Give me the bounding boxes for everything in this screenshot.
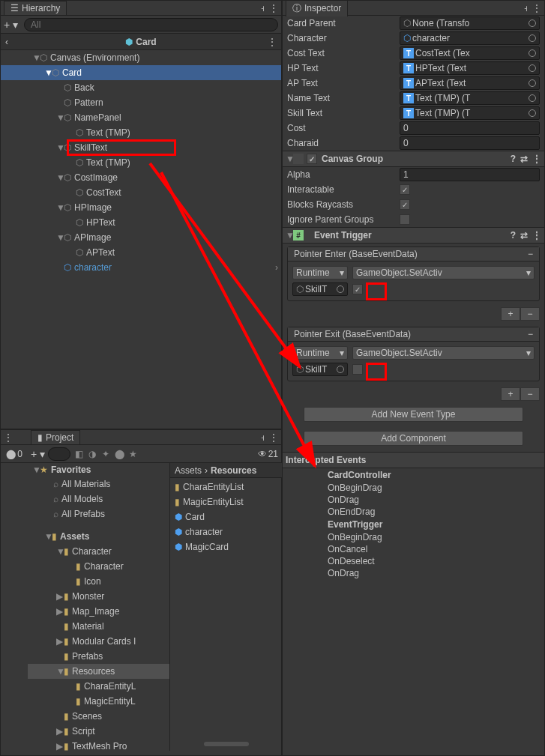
hierarchy-search-input[interactable] bbox=[24, 18, 278, 31]
project-asset-item[interactable]: ⬢MagicCard bbox=[170, 539, 283, 554]
hierarchy-item[interactable]: ⬡Text (TMP) bbox=[1, 155, 281, 170]
project-asset-item[interactable]: ⬢Card bbox=[170, 509, 283, 524]
help-icon[interactable]: ? bbox=[511, 154, 516, 164]
foldout-icon[interactable]: ▼ bbox=[56, 142, 64, 153]
alpha-input[interactable] bbox=[400, 168, 540, 181]
save-icon[interactable]: ✦ bbox=[100, 449, 111, 459]
add-callback-button[interactable]: + bbox=[501, 307, 520, 321]
hierarchy-item[interactable]: ▼⬡SkillText bbox=[1, 140, 281, 155]
object-field[interactable]: TText (TMP) (T bbox=[400, 106, 540, 120]
ignore-parent-checkbox[interactable] bbox=[400, 214, 410, 225]
foldout-icon[interactable]: ▼ bbox=[56, 546, 64, 557]
menu-icon[interactable]: ⋮ bbox=[532, 230, 541, 241]
breadcrumb-item[interactable]: Assets bbox=[175, 465, 202, 476]
remove-event-button[interactable]: − bbox=[528, 329, 533, 339]
object-picker-icon[interactable] bbox=[529, 94, 536, 102]
hierarchy-item[interactable]: ⬡character› bbox=[1, 260, 281, 275]
hierarchy-item[interactable]: ⬡Text (TMP) bbox=[1, 125, 281, 140]
filter-icon[interactable]: ◧ bbox=[73, 449, 84, 459]
foldout-icon[interactable]: ▶ bbox=[56, 606, 64, 617]
hierarchy-item[interactable]: ▼⬡APImage bbox=[1, 230, 281, 245]
foldout-icon[interactable]: ▼ bbox=[44, 531, 52, 542]
target-field[interactable]: ⬡SkillT bbox=[292, 282, 348, 296]
number-input[interactable] bbox=[400, 136, 540, 150]
project-asset-item[interactable]: ▮CharaEntityList bbox=[170, 480, 283, 495]
foldout-icon[interactable]: ▼ bbox=[56, 172, 64, 183]
hierarchy-item[interactable]: ▼⬡Canvas (Environment) bbox=[1, 50, 281, 65]
favorite-item[interactable]: ⌕All Models bbox=[28, 492, 169, 506]
project-tree-item[interactable]: ▼▮Character bbox=[28, 544, 169, 559]
object-field[interactable]: TText (TMP) (T bbox=[400, 91, 540, 105]
project-asset-item[interactable]: ▮MagicEntityList bbox=[170, 495, 283, 509]
object-picker-icon[interactable] bbox=[337, 366, 344, 373]
foldout-icon[interactable]: ▼ bbox=[44, 67, 52, 78]
project-tree-item[interactable]: ▮Prefabs bbox=[28, 649, 169, 664]
add-button[interactable]: + ▾ bbox=[31, 448, 45, 460]
foldout-icon[interactable]: ▶ bbox=[56, 726, 64, 737]
breadcrumb-menu-icon[interactable]: ⋮ bbox=[268, 37, 277, 47]
favorites-header[interactable]: ▼★Favorites bbox=[28, 463, 169, 477]
lock-icon[interactable]: ⫞ bbox=[260, 432, 265, 443]
project-asset-item[interactable]: ⬢character bbox=[170, 524, 283, 539]
object-field[interactable]: THPText (Text bbox=[400, 61, 540, 75]
event-trigger-header[interactable]: ▼ # Event Trigger ?⇄⋮ bbox=[283, 227, 544, 244]
project-tree-item[interactable]: ▼▮Resources bbox=[28, 664, 169, 679]
object-picker-icon[interactable] bbox=[529, 109, 536, 117]
zoom-slider[interactable] bbox=[204, 742, 249, 746]
remove-event-button[interactable]: − bbox=[528, 249, 533, 259]
add-component-button[interactable]: Add Component bbox=[304, 431, 523, 446]
object-picker-icon[interactable] bbox=[337, 285, 344, 293]
remove-callback-button[interactable]: − bbox=[520, 307, 540, 321]
hierarchy-item[interactable]: ⬡APText bbox=[1, 245, 281, 260]
inspector-tab[interactable]: ⓘInspector bbox=[286, 0, 348, 16]
event-value-checkbox[interactable] bbox=[352, 364, 363, 375]
lock-icon[interactable]: ⫞ bbox=[260, 3, 265, 13]
intercepted-events-header[interactable]: Intercepted Events bbox=[283, 452, 544, 468]
hierarchy-item[interactable]: ▼⬡NamePanel bbox=[1, 110, 281, 125]
hierarchy-item[interactable]: ▼⬡CostImage bbox=[1, 170, 281, 185]
hierarchy-tab[interactable]: ☰Hierarchy bbox=[4, 1, 67, 15]
filter-icon[interactable]: ◑ bbox=[87, 449, 97, 459]
hierarchy-item[interactable]: ⬡CostText bbox=[1, 185, 281, 200]
object-picker-icon[interactable] bbox=[529, 64, 536, 72]
foldout-icon[interactable]: ▶ bbox=[56, 591, 64, 602]
runtime-dropdown[interactable]: Runtime▾ bbox=[292, 266, 348, 279]
foldout-icon[interactable]: ▼ bbox=[56, 232, 64, 243]
object-picker-icon[interactable] bbox=[529, 34, 536, 42]
foldout-icon[interactable]: ▼ bbox=[56, 202, 64, 213]
project-tree-item[interactable]: ▶▮Map_Image bbox=[28, 604, 169, 619]
number-input[interactable] bbox=[400, 121, 540, 135]
lock-icon[interactable]: ⫞ bbox=[523, 3, 528, 13]
hierarchy-item[interactable]: ⬡Back bbox=[1, 80, 281, 95]
object-picker-icon[interactable] bbox=[529, 49, 536, 57]
project-tree-item[interactable]: ▶▮TextMesh Pro bbox=[28, 739, 169, 754]
hierarchy-item[interactable]: ⬡Pattern bbox=[1, 95, 281, 110]
menu-icon[interactable]: ⋮ bbox=[532, 154, 541, 164]
interactable-checkbox[interactable]: ✓ bbox=[400, 184, 410, 195]
foldout-icon[interactable]: ▼ bbox=[56, 666, 64, 677]
favorite-item[interactable]: ⌕All Materials bbox=[28, 477, 169, 492]
object-field[interactable]: ⬡None (Transfo bbox=[400, 16, 540, 30]
object-picker-icon[interactable] bbox=[529, 79, 536, 87]
foldout-icon[interactable]: ▶ bbox=[56, 636, 64, 647]
menu-icon[interactable]: ⋮ bbox=[532, 3, 541, 13]
project-tree-item[interactable]: ▶▮Modular Cards I bbox=[28, 634, 169, 649]
remove-callback-button[interactable]: − bbox=[520, 387, 540, 401]
event-value-checkbox[interactable]: ✓ bbox=[352, 284, 363, 294]
raycasts-checkbox[interactable]: ✓ bbox=[400, 199, 410, 210]
foldout-icon[interactable]: ▼ bbox=[56, 112, 64, 123]
object-field[interactable]: ⬡character bbox=[400, 31, 540, 45]
target-field[interactable]: ⬡SkillT bbox=[292, 363, 348, 376]
runtime-dropdown[interactable]: Runtime▾ bbox=[292, 346, 348, 360]
add-button[interactable]: + ▾ bbox=[4, 19, 18, 31]
function-dropdown[interactable]: GameObject.SetActiv▾ bbox=[352, 266, 535, 279]
layers-icon[interactable]: 👁 bbox=[258, 449, 267, 459]
menu-icon[interactable]: ⋮ bbox=[4, 432, 13, 443]
prefab-chevron-icon[interactable]: › bbox=[275, 262, 278, 273]
foldout-icon[interactable]: ▼ bbox=[32, 52, 40, 63]
breadcrumb-item[interactable]: Resources bbox=[211, 465, 256, 476]
star-icon[interactable]: ★ bbox=[127, 449, 138, 459]
project-tree-item[interactable]: ▮CharaEntityL bbox=[28, 679, 169, 694]
project-search-input[interactable] bbox=[48, 447, 70, 461]
object-picker-icon[interactable] bbox=[529, 19, 536, 27]
